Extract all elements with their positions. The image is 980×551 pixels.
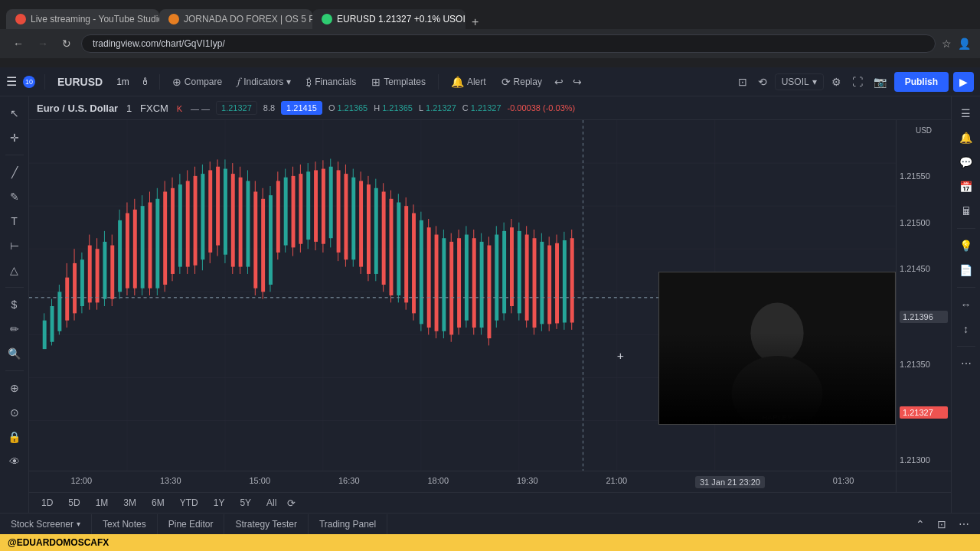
sync-button[interactable]: ⟲	[755, 73, 770, 91]
rt-watchlist[interactable]: ☰	[956, 103, 975, 124]
indicators-icon: 𝑓	[237, 75, 240, 88]
undo-button[interactable]: ↩	[551, 73, 567, 91]
text-tool[interactable]: T	[6, 210, 22, 232]
rt-calendar[interactable]: 📅	[955, 176, 977, 197]
rt-expand[interactable]: ↔	[956, 294, 976, 315]
usoil-button[interactable]: USOIL ▾	[775, 73, 824, 90]
new-tab-button[interactable]: +	[466, 15, 485, 29]
text-notes-label: Text Notes	[103, 519, 146, 530]
period-1d[interactable]: 1D	[37, 496, 57, 510]
dollar-tool[interactable]: $	[7, 294, 22, 315]
eye-tool[interactable]: 👁	[5, 451, 24, 472]
tab-text-notes[interactable]: Text Notes	[92, 514, 158, 534]
magnet-tool[interactable]: ⊙	[5, 402, 24, 423]
tab-strategy-tester[interactable]: Strategy Tester	[224, 514, 308, 534]
interval-selector[interactable]: 1m	[112, 73, 134, 90]
period-5y[interactable]: 5Y	[235, 496, 256, 510]
right-toolbar: ☰ 🔔 💬 📅 🖩 💡 📄 ↔ ↕ ⋯	[951, 96, 980, 513]
watchlist-toggle[interactable]: ⊡	[735, 73, 750, 91]
period-1y[interactable]: 1Y	[209, 496, 230, 510]
forward-button[interactable]: →	[34, 36, 52, 51]
pencil-tool[interactable]: ✎	[5, 186, 24, 207]
source-indicator: K	[177, 104, 182, 113]
measure-tool[interactable]: ⊢	[5, 235, 24, 256]
alert-icon: 🔔	[451, 76, 464, 88]
financials-button[interactable]: ₿ Financials	[300, 73, 362, 91]
period-3m[interactable]: 3M	[119, 496, 141, 510]
tab-stock-screener[interactable]: Stock Screener ▾	[0, 514, 92, 534]
redo-button[interactable]: ↪	[570, 73, 585, 91]
panel-options[interactable]: ⋯	[956, 515, 972, 533]
lock-tool[interactable]: 🔒	[3, 426, 25, 448]
period-1m[interactable]: 1M	[91, 496, 113, 510]
shapes-tool[interactable]: △	[5, 259, 23, 281]
indicators-label: Indicators	[243, 77, 283, 87]
time-axis: 12:00 13:30 15:00 16:30 18:00 19:30 21:0…	[29, 471, 951, 492]
settings-button[interactable]: ⚙	[828, 73, 844, 91]
rt-indicator-panel[interactable]: ⋯	[956, 353, 976, 374]
svg-text:+: +	[617, 349, 624, 362]
period-ytd[interactable]: YTD	[175, 496, 203, 510]
currency-label: USD	[900, 126, 948, 135]
profile-icon[interactable]: 👤	[958, 37, 971, 50]
screenshot-button[interactable]: 📷	[871, 73, 890, 91]
replay-period-button[interactable]: ⟳	[287, 497, 296, 509]
alert-button[interactable]: 🔔 Alert	[445, 73, 492, 91]
zoom-tool[interactable]: ⊕	[5, 377, 24, 399]
rt-collapse[interactable]: ↕	[959, 318, 973, 340]
search-tool[interactable]: 🔍	[3, 343, 25, 364]
pine-editor-label: Pine Editor	[168, 519, 214, 530]
cursor-tool[interactable]: ↖	[5, 103, 24, 124]
bar-type-button[interactable]: 🕯	[137, 73, 153, 90]
compare-button[interactable]: ⊕ Compare	[166, 73, 228, 91]
hamburger-menu[interactable]: ☰	[6, 74, 17, 89]
period-5d[interactable]: 5D	[64, 496, 84, 510]
rt-calculator[interactable]: 🖩	[956, 201, 976, 222]
tab-forex[interactable]: JORNADA DO FOREX | OS 5 PAS... ✕	[159, 9, 312, 29]
url-bar[interactable]	[81, 34, 936, 53]
fullscreen-button[interactable]: ⛶	[849, 73, 866, 91]
indicators-button[interactable]: 𝑓 Indicators ▾	[231, 72, 297, 91]
period-all[interactable]: All	[262, 496, 281, 510]
tab-trading-panel[interactable]: Trading Panel	[309, 514, 387, 534]
time-5: 18:00	[427, 476, 449, 488]
panel-minimize[interactable]: ⌃	[913, 515, 928, 533]
tab-youtube[interactable]: Live streaming - YouTube Studio ✕	[6, 9, 159, 29]
crosshair-tool[interactable]: ✛	[5, 127, 24, 148]
strategy-tester-label: Strategy Tester	[235, 519, 296, 530]
back-button[interactable]: ←	[9, 36, 28, 51]
price-badge-2: 1.21415	[281, 101, 322, 115]
rt-scripts[interactable]: 📄	[955, 259, 977, 281]
main-content: ↖ ✛ ╱ ✎ T ⊢ △ $ ✏ 🔍 ⊕ ⊙ 🔒 👁 Euro / U.S. …	[0, 96, 980, 513]
time-2: 13:30	[160, 476, 181, 488]
svg-rect-92	[329, 167, 333, 238]
tab-tv[interactable]: EURUSD 1.21327 +0.1% USOIL... ✕	[312, 9, 466, 29]
bookmark-icon[interactable]: ☆	[942, 37, 952, 50]
svg-rect-34	[110, 246, 114, 299]
symbol-selector[interactable]: EURUSD	[51, 73, 109, 91]
chart-area[interactable]: + HARLEY	[29, 120, 896, 471]
svg-rect-54	[186, 181, 190, 266]
tab-pine-editor[interactable]: Pine Editor	[158, 514, 225, 534]
main-toolbar: ☰ 10 EURUSD 1m 🕯 ⊕ Compare 𝑓 Indicators …	[0, 67, 980, 96]
trading-panel-label: Trading Panel	[319, 519, 376, 530]
rt-ideas[interactable]: 💡	[955, 235, 977, 256]
replay-button[interactable]: ⟳ Replay	[495, 73, 548, 91]
chart-header: Euro / U.S. Dollar 1 FXCM K — — 1.21327 …	[29, 96, 951, 120]
chart-inner: + HARLEY	[29, 120, 951, 471]
reload-button[interactable]: ↻	[58, 36, 75, 51]
templates-button[interactable]: ⊞ Templates	[365, 73, 432, 91]
time-6: 19:30	[517, 476, 538, 488]
compare-icon: ⊕	[172, 76, 181, 88]
status-text: @EDUARDOMOSCAFX	[8, 537, 109, 548]
line-tool[interactable]: ╱	[7, 161, 22, 183]
price-level-5: 1.21350	[900, 360, 948, 369]
rt-chat[interactable]: 💬	[955, 152, 977, 173]
annotate-tool[interactable]: ✏	[5, 318, 24, 340]
publish-button[interactable]: Publish	[894, 72, 949, 92]
panel-expand-btn[interactable]: ⊡	[934, 515, 949, 533]
rt-alerts[interactable]: 🔔	[955, 127, 977, 148]
play-button[interactable]: ▶	[953, 72, 974, 92]
period-6m[interactable]: 6M	[147, 496, 169, 510]
ohlc-change: -0.00038 (-0.03%)	[508, 103, 576, 112]
